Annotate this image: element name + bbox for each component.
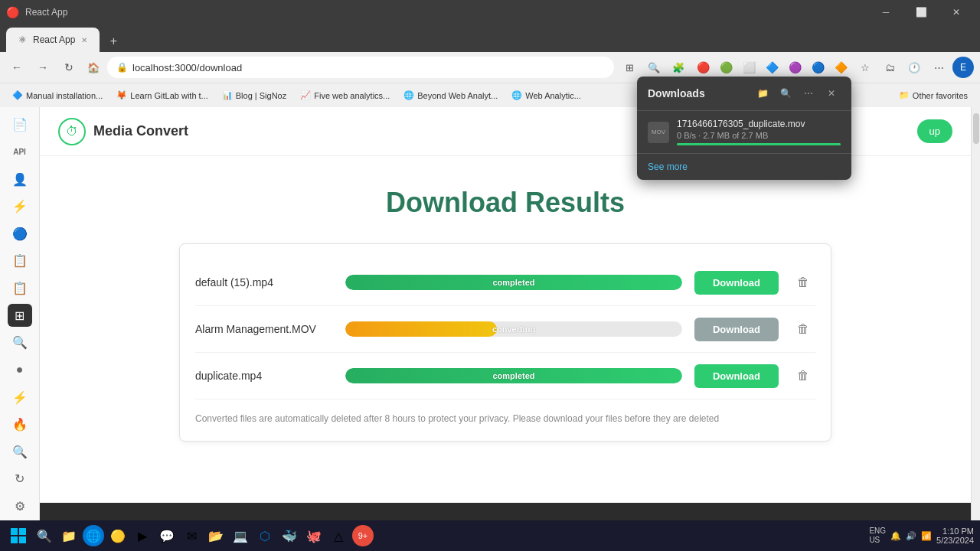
extensions-icon3[interactable]: ⬜ <box>738 57 760 78</box>
minimize-button[interactable]: ─ <box>868 0 903 24</box>
progress-label-0: completed <box>492 278 534 287</box>
refresh-button[interactable]: ↻ <box>58 57 80 78</box>
see-more[interactable]: See more <box>637 153 851 180</box>
maximize-button[interactable]: ⬜ <box>903 0 939 24</box>
taskbar-youtube[interactable]: ▶ <box>132 525 153 546</box>
favorites-button[interactable]: ☆ <box>854 57 876 78</box>
file-info: 1716466176305_duplicate.mov 0 B/s · 2.7 … <box>677 119 841 145</box>
close-button[interactable]: ✕ <box>939 0 974 24</box>
delete-button-2[interactable]: 🗑 <box>791 364 815 388</box>
file-item-name: 1716466176305_duplicate.mov <box>677 119 815 129</box>
address-bar[interactable]: 🔒 localhost:3000/download <box>107 57 614 78</box>
extensions-icon2[interactable]: 🟢 <box>715 57 737 78</box>
popup-close-icon[interactable]: ✕ <box>822 84 841 103</box>
sidebar-icon-mag[interactable]: 🔍 <box>8 441 32 464</box>
bookmark-label-5: Web Analytic... <box>525 91 581 100</box>
popup-search-icon[interactable]: 🔍 <box>776 84 795 103</box>
search-nav-button[interactable]: 🔍 <box>643 57 665 78</box>
sidebar-icon-flame[interactable]: 🔥 <box>8 413 32 436</box>
progress-bar-bg-1: converting <box>345 321 682 337</box>
browser-title: React App <box>25 7 67 18</box>
progress-bar-bg-2: completed <box>345 368 682 383</box>
sidebar-icon-table1[interactable]: 📋 <box>8 249 32 272</box>
sidebar-icon-gear[interactable]: ⚙ <box>8 495 32 518</box>
delete-button-0[interactable]: 🗑 <box>791 270 815 295</box>
taskbar-chrome[interactable]: 🟡 <box>107 525 129 546</box>
bookmark-item-3[interactable]: 📈 Five web analytics... <box>294 89 396 102</box>
active-tab[interactable]: ⚛ React App ✕ <box>6 28 100 52</box>
sidebar-icon-api[interactable]: API <box>8 141 32 164</box>
sidebar-icon-lightning[interactable]: ⚡ <box>8 386 32 409</box>
extensions-icon7[interactable]: 🔶 <box>830 57 851 78</box>
taskbar-search[interactable]: 🔍 <box>34 525 55 546</box>
other-favorites[interactable]: 📁 Other favorites <box>893 89 974 102</box>
bookmark-label-2: Blog | SigNoz <box>236 91 286 100</box>
taskbar-github[interactable]: 🐙 <box>303 525 325 546</box>
sign-up-button[interactable]: up <box>917 119 952 143</box>
right-scrollbar[interactable] <box>971 107 980 551</box>
collections-button[interactable]: 🗂 <box>879 57 900 78</box>
popup-more-icon[interactable]: ⋯ <box>799 84 818 103</box>
sidebar-icon-dot[interactable]: ● <box>8 359 32 382</box>
more-button[interactable]: ⋯ <box>928 57 949 78</box>
grid-icon-button[interactable]: ⊞ <box>619 57 640 78</box>
file-type-icon: MOV <box>648 122 669 143</box>
taskbar-docker[interactable]: 🐳 <box>279 525 300 546</box>
taskbar-zoom[interactable]: 💬 <box>156 525 178 546</box>
tab-bar: ⚛ React App ✕ + <box>0 24 980 52</box>
sidebar-icon-table2[interactable]: 📋 <box>8 277 32 300</box>
progress-bar-bg-0: completed <box>345 275 682 290</box>
sidebar-icon-0[interactable]: 📄 <box>8 113 32 136</box>
profile-button[interactable]: E <box>952 57 974 78</box>
sidebar-icon-grid[interactable]: ⊞ <box>8 304 32 327</box>
new-tab-button[interactable]: + <box>103 31 124 52</box>
bookmark-item-1[interactable]: 🦊 Learn GitLab with t... <box>110 89 214 102</box>
bookmark-label-4: Beyond Web Analyt... <box>417 91 498 100</box>
bookmarks-right: 📁 Other favorites <box>893 89 974 102</box>
download-container: default (15).mp4 completed Download 🗑 Al… <box>179 243 831 442</box>
history-button[interactable]: 🕐 <box>903 57 925 78</box>
delete-button-1[interactable]: 🗑 <box>791 317 815 341</box>
extensions-icon6[interactable]: 🔵 <box>807 57 828 78</box>
progress-wrapper-1: converting <box>345 321 682 337</box>
bookmark-item-0[interactable]: 🔷 Manual installation... <box>6 89 109 102</box>
start-button[interactable] <box>6 523 31 548</box>
sidebar-icon-user[interactable]: 👤 <box>8 168 32 191</box>
page-title: Download Results <box>179 187 831 219</box>
header-right: up <box>917 119 952 143</box>
sidebar-icon-circle[interactable]: 🔵 <box>8 223 32 246</box>
forward-button[interactable]: → <box>32 57 54 78</box>
sidebar-icon-search[interactable]: 🔍 <box>8 331 32 354</box>
extensions-icon1[interactable]: 🔴 <box>692 57 714 78</box>
taskbar-files[interactable]: 📁 <box>58 525 80 546</box>
bookmark-icon-5: 🌐 <box>511 90 522 100</box>
tab-close-icon[interactable]: ✕ <box>81 36 87 44</box>
extensions-icon4[interactable]: 🔷 <box>761 57 782 78</box>
sidebar-icon-bolt[interactable]: ⚡ <box>8 195 32 218</box>
back-button[interactable]: ← <box>6 57 28 78</box>
progress-bar-fill-1 <box>345 321 497 337</box>
extensions-icon5[interactable]: 🟣 <box>784 57 805 78</box>
extensions-button[interactable]: 🧩 <box>668 57 689 78</box>
taskbar-terminal[interactable]: 💻 <box>230 525 251 546</box>
sidebar-icon-refresh[interactable]: ↻ <box>8 468 32 491</box>
site-name: Media Convert <box>93 123 188 139</box>
bookmark-icon-0: 🔷 <box>12 90 23 100</box>
svg-rect-2 <box>11 536 18 543</box>
download-button-2[interactable]: Download <box>694 364 779 388</box>
bookmark-item-2[interactable]: 📊 Blog | SigNoz <box>216 89 292 102</box>
bookmark-item-4[interactable]: 🌐 Beyond Web Analyt... <box>397 89 504 102</box>
popup-folder-icon[interactable]: 📁 <box>753 84 772 103</box>
taskbar-vscode[interactable]: ⬡ <box>254 525 276 546</box>
taskbar-mail[interactable]: ✉ <box>181 525 202 546</box>
taskbar-edge[interactable]: 🌐 <box>83 525 104 546</box>
download-button-0[interactable]: Download <box>694 271 779 295</box>
taskbar-chrome2[interactable]: 9+ <box>352 525 374 546</box>
taskbar-linear[interactable]: △ <box>328 525 349 546</box>
taskbar-folder[interactable]: 📂 <box>205 525 227 546</box>
scrollbar-thumb[interactable] <box>973 113 979 144</box>
download-button-1[interactable]: Download <box>694 318 779 341</box>
system-time[interactable]: 1:10 PM 5/23/2024 <box>936 527 974 545</box>
home-button[interactable]: 🏠 <box>84 58 103 77</box>
bookmark-item-5[interactable]: 🌐 Web Analytic... <box>505 89 587 102</box>
